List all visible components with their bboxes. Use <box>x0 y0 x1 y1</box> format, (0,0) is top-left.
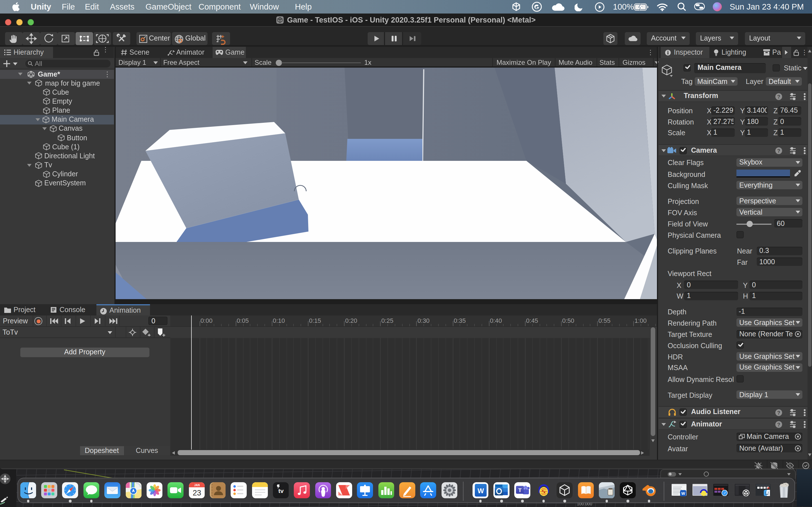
svg-text:23: 23 <box>193 489 201 497</box>
svg-text:?: ? <box>777 148 780 154</box>
svg-text:JAN: JAN <box>194 484 200 487</box>
svg-text:?: ? <box>777 422 780 428</box>
svg-text:W: W <box>681 491 685 496</box>
svg-text:?: ? <box>777 410 780 415</box>
svg-text:?: ? <box>777 94 780 100</box>
svg-text:W: W <box>477 487 484 495</box>
svg-text:tv: tv <box>278 488 284 494</box>
svg-text:T: T <box>518 487 522 493</box>
